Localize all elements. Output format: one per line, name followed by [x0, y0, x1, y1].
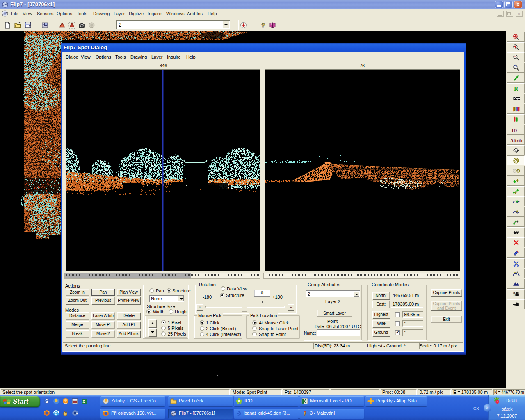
- svg-text:ID: ID: [511, 128, 517, 133]
- svg-text:S: S: [45, 399, 48, 404]
- svg-text:?: ?: [513, 292, 515, 297]
- svg-text:e: e: [55, 411, 57, 415]
- svg-text:R: R: [514, 86, 518, 92]
- svg-text:Attrib: Attrib: [510, 138, 522, 143]
- svg-text:X: X: [303, 399, 306, 404]
- svg-text:?: ?: [261, 22, 265, 29]
- svg-text:X: X: [82, 399, 86, 404]
